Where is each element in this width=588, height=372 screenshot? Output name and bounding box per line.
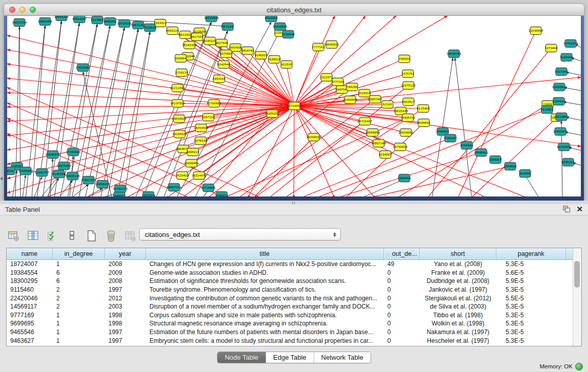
table-cell[interactable]: 0	[384, 337, 420, 344]
graph-node[interactable]: 7515526	[144, 24, 157, 32]
graph-node[interactable]: 5875685	[220, 50, 233, 58]
table-cell[interactable]: 5.3E-5	[496, 329, 566, 336]
graph-node[interactable]: 11700461	[207, 100, 222, 107]
graph-node[interactable]: 9267150	[202, 114, 215, 121]
graph-node[interactable]: 1232546	[282, 31, 295, 38]
column-header-year[interactable]: year	[105, 248, 146, 259]
graph-node[interactable]: 10975887	[57, 162, 72, 170]
table-cell[interactable]: Genome-wide association studies in ADHD.	[146, 269, 384, 276]
graph-node[interactable]: 19756928	[393, 143, 408, 151]
graph-node[interactable]: 8660128	[166, 27, 179, 35]
graph-node[interactable]: 10648784	[447, 50, 462, 58]
table-cell[interactable]: Wolkin et al. (1998)	[420, 320, 496, 327]
graph-node[interactable]: 8466160	[104, 18, 117, 26]
graph-node[interactable]: 14353594	[194, 124, 209, 132]
graph-node[interactable]: 18724007	[287, 102, 302, 110]
table-cell[interactable]: 1	[53, 329, 105, 336]
table-cell[interactable]: 6	[53, 277, 105, 285]
graph-edge[interactable]	[34, 177, 42, 196]
table-cell[interactable]: 49	[384, 260, 420, 268]
column-header-pagerank[interactable]: pagerank	[496, 248, 566, 259]
table-row[interactable]: 1872400712008Changes of HCN gene express…	[7, 260, 581, 269]
graph-node[interactable]: 746266	[346, 83, 358, 91]
graph-node[interactable]: 8454749	[242, 47, 254, 55]
graph-node[interactable]: 12093832	[552, 83, 567, 91]
table-cell[interactable]: Yano et al. (2008)	[420, 260, 496, 268]
graph-node[interactable]: 15495756	[401, 114, 416, 122]
graph-edge[interactable]	[7, 106, 294, 179]
graph-node[interactable]: 9699695	[418, 119, 430, 127]
graph-node[interactable]: 857224	[222, 23, 233, 31]
table-row[interactable]: 969969511998Structural magnetic resonanc…	[7, 319, 581, 328]
graph-node[interactable]: 39154	[7, 167, 15, 175]
table-cell[interactable]: 2008	[105, 277, 146, 285]
graph-node[interactable]: 16033809	[204, 16, 219, 22]
table-row[interactable]: 1456911722003Disruption of a novel membe…	[7, 302, 581, 311]
graph-node[interactable]: 10688809	[365, 129, 380, 137]
column-header-short[interactable]: short	[420, 248, 496, 259]
graph-node[interactable]: 10719155	[117, 20, 132, 28]
graph-node[interactable]: 19457791	[167, 184, 182, 191]
table-select-dropdown[interactable]: citations_edges.txt	[139, 228, 341, 240]
graph-node[interactable]: 15892971	[553, 128, 568, 136]
window-titlebar[interactable]: citations_edges.txt	[4, 4, 584, 16]
table-cell[interactable]: 9777169	[7, 312, 53, 319]
table-cell[interactable]: 1	[53, 337, 105, 344]
graph-node[interactable]: 16107552	[170, 100, 185, 107]
graph-node[interactable]: 1045232	[215, 192, 228, 197]
table-cell[interactable]: 18300295	[7, 277, 53, 285]
graph-node[interactable]: 6791947	[444, 135, 457, 142]
graph-node[interactable]: 20364456	[343, 96, 358, 104]
table-vertical-scrollbar[interactable]	[573, 248, 581, 346]
graph-node[interactable]: 18807249	[372, 140, 386, 147]
graph-node[interactable]: 1064642	[504, 163, 517, 170]
table-cell[interactable]: 2012	[105, 295, 146, 302]
graph-node[interactable]: 1875751	[402, 70, 415, 78]
graph-edge[interactable]	[72, 26, 110, 196]
table-row[interactable]: 946362711997Embryonic stem cells: a mode…	[7, 336, 581, 345]
table-cell[interactable]: Jankovic et al. (1997)	[420, 286, 496, 293]
graph-node[interactable]: 20206576	[46, 151, 60, 159]
graph-node[interactable]: 8215953	[541, 106, 554, 114]
table-cell[interactable]: Stergiakouli et al. (2012)	[420, 295, 496, 302]
graph-node[interactable]: 10055287	[54, 16, 69, 21]
graph-node[interactable]: 16782759	[113, 185, 128, 193]
table-row[interactable]: 946554611997Estimation of the future num…	[7, 328, 581, 337]
graph-node[interactable]: 8813054	[265, 16, 278, 22]
graph-node[interactable]: 19384554	[307, 134, 321, 141]
graph-node[interactable]: 15654923	[399, 129, 413, 137]
table-cell[interactable]: 9465546	[7, 329, 53, 336]
graph-node[interactable]: 12342757	[35, 169, 50, 177]
table-cell[interactable]: 0	[384, 277, 420, 285]
graph-edge[interactable]	[427, 48, 551, 196]
graph-node[interactable]: 9463627	[402, 98, 415, 106]
graph-node[interactable]: 18300295	[265, 110, 280, 118]
scrollbar-thumb[interactable]	[574, 261, 580, 288]
column-header-name[interactable]: name	[7, 248, 53, 259]
graph-node[interactable]: 1648973	[113, 192, 126, 197]
graph-node[interactable]: 10646422	[474, 149, 488, 157]
table-cell[interactable]: 1	[53, 312, 105, 319]
graph-node[interactable]: 16640910	[324, 41, 339, 49]
graph-node[interactable]: 2718176	[176, 69, 188, 77]
graph-node[interactable]: 17957223	[81, 177, 96, 184]
table-cell[interactable]: 0	[384, 286, 420, 293]
delete-table-icon[interactable]	[104, 229, 118, 243]
graph-node[interactable]: 14055724	[12, 19, 27, 27]
graph-node[interactable]: 15720407	[358, 118, 373, 125]
table-cell[interactable]: Tourette syndrome. Phenomenology and cla…	[146, 286, 384, 293]
column-header-in-degree[interactable]: in_degree	[53, 248, 105, 259]
table-cell[interactable]: 2009	[105, 269, 146, 276]
table-cell[interactable]: 5.3E-5	[496, 303, 566, 310]
graph-node[interactable]: 8912934	[179, 31, 192, 39]
graph-edge[interactable]	[314, 110, 547, 196]
table-cell[interactable]: 1998	[105, 312, 146, 319]
table-cell[interactable]: 2003	[105, 303, 146, 310]
graph-node[interactable]: 15716485	[201, 184, 216, 192]
row-height-icon[interactable]	[66, 229, 79, 243]
graph-node[interactable]: 19166829	[172, 130, 187, 138]
graph-edge[interactable]	[7, 35, 294, 106]
graph-edge[interactable]	[432, 58, 453, 196]
graph-node[interactable]: 8186328	[204, 37, 216, 45]
table-cell[interactable]: 2	[53, 295, 105, 302]
